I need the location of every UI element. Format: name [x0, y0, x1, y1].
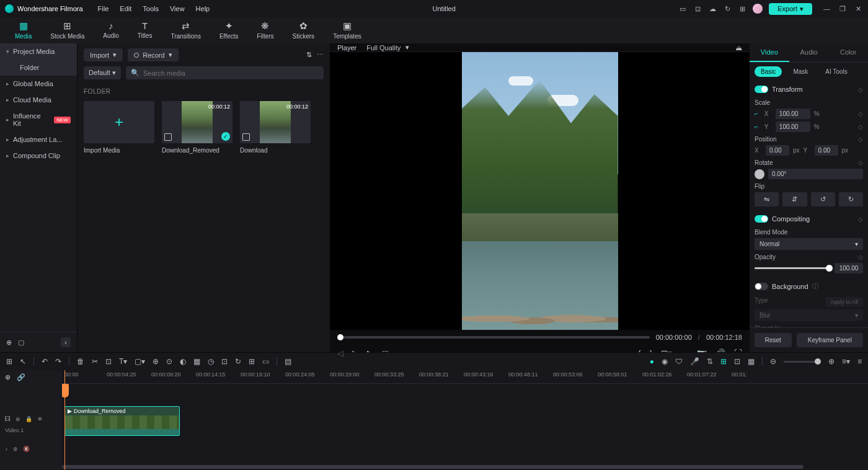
media-thumb[interactable]: 00:00:12 ✓ — [162, 101, 232, 143]
search-box[interactable]: 🔍 — [126, 66, 324, 79]
maximize-button[interactable]: ❐ — [839, 5, 847, 12]
layout-icon[interactable]: ▭ — [678, 4, 687, 13]
tab-audio[interactable]: ♪Audio — [100, 19, 122, 43]
keyframe-panel-button[interactable]: Keyframe Panel — [797, 333, 863, 347]
keyframe-icon[interactable]: ◇ — [858, 136, 863, 143]
tl-tool-r1[interactable]: 🛡 — [675, 357, 683, 366]
media-card-item[interactable]: 00:00:12 ✓ Download_Removed — [162, 101, 232, 154]
tl-tool-7[interactable]: ↻ — [235, 357, 241, 366]
subtab-basic[interactable]: Basic — [755, 66, 782, 77]
media-card-import[interactable]: + Import Media — [84, 101, 154, 154]
tl-tool-9[interactable]: ▭ — [262, 357, 269, 366]
tl-marker-tool[interactable]: ◉ — [662, 357, 668, 366]
timeline-scrollbar[interactable] — [62, 465, 804, 469]
save-icon[interactable]: ⊡ — [693, 4, 702, 13]
menu-tools[interactable]: Tools — [143, 5, 159, 12]
search-input[interactable] — [143, 69, 319, 77]
apps-icon[interactable]: ⊞ — [738, 4, 746, 13]
keyframe-icon[interactable]: ◇ — [858, 159, 863, 166]
opacity-value[interactable]: 100.00 — [835, 263, 863, 273]
menu-edit[interactable]: Edit — [120, 5, 131, 12]
scrub-track[interactable] — [337, 336, 650, 339]
tl-settings-button[interactable]: ≡ — [857, 357, 862, 366]
transform-toggle[interactable] — [755, 86, 768, 93]
track-lock-icon[interactable]: 🔒 — [25, 416, 32, 422]
quality-select[interactable]: Full Quality▾ — [366, 43, 409, 51]
user-avatar[interactable] — [753, 4, 763, 14]
pos-y-input[interactable] — [815, 145, 838, 156]
background-toggle[interactable] — [755, 283, 768, 290]
rotate-cw-button[interactable]: ↻ — [839, 192, 863, 206]
track-add-icon[interactable]: ⊕ — [13, 446, 18, 452]
undo-button[interactable]: ↶ — [42, 357, 48, 366]
flip-horizontal-button[interactable]: ⇋ — [755, 192, 779, 206]
subtab-mask[interactable]: Mask — [787, 66, 814, 77]
tl-tool-10[interactable]: ▤ — [285, 357, 291, 366]
tl-tool-4[interactable]: ▦ — [193, 357, 200, 366]
timeline-tracks[interactable]: 00:00 00:00:04:25 00:00:09:20 00:00:14:1… — [62, 370, 868, 470]
tl-tool-2[interactable]: ⊕ — [153, 357, 159, 366]
tab-stock-media[interactable]: ⊞Stock Media — [48, 19, 87, 43]
import-thumb[interactable]: + — [84, 101, 154, 143]
tab-transitions[interactable]: ⇄Transitions — [168, 19, 203, 43]
sidebar-item-influence-kit[interactable]: ▸Influence KitNEW — [0, 108, 77, 131]
tl-tool-3[interactable]: ◐ — [180, 357, 186, 366]
speed-button[interactable]: ⊙ — [166, 357, 172, 366]
filter-icon[interactable]: ⇅ — [306, 51, 312, 59]
tl-link-icon[interactable]: 🔗 — [17, 373, 25, 381]
minimize-button[interactable]: — — [823, 5, 831, 12]
menu-file[interactable]: File — [98, 5, 109, 12]
tl-add-track-icon[interactable]: ⊕ — [5, 373, 11, 381]
tab-titles[interactable]: TTitles — [135, 19, 155, 43]
track-add-icon[interactable]: ⊕ — [16, 416, 20, 422]
sidebar-item-project-media[interactable]: ▾Project Media — [0, 43, 77, 60]
info-icon[interactable]: ⓘ — [812, 282, 818, 291]
sidebar-item-cloud-media[interactable]: ▸Cloud Media — [0, 92, 77, 108]
tl-mic-button[interactable]: 🎤 — [690, 357, 699, 366]
scale-x-input[interactable] — [776, 109, 810, 119]
tl-tool-8[interactable]: ⊞ — [249, 357, 255, 366]
media-thumb[interactable]: 00:00:12 — [240, 101, 311, 143]
audio-track-header[interactable]: ♪ ⊕ 🔇 — [0, 443, 62, 454]
compositing-toggle[interactable] — [755, 215, 768, 223]
close-button[interactable]: ✕ — [856, 5, 863, 12]
tl-tool-1[interactable]: ▢▾ — [135, 357, 145, 366]
tl-tool-5[interactable]: ◷ — [208, 357, 214, 366]
blend-mode-select[interactable]: Normal▾ — [755, 238, 863, 250]
history-icon[interactable]: ↻ — [723, 4, 732, 13]
new-bin-icon[interactable]: ▢ — [18, 339, 24, 347]
subtab-ai-tools[interactable]: AI Tools — [819, 66, 853, 77]
track-mute-icon[interactable]: 🔇 — [23, 446, 30, 452]
inspector-tab-audio[interactable]: Audio — [789, 43, 829, 62]
tl-tool-r2[interactable]: ⊡ — [734, 357, 740, 366]
tl-select-tool[interactable]: ⊞ — [6, 357, 12, 366]
media-card-item[interactable]: 00:00:12 Download — [240, 101, 311, 154]
zoom-out-button[interactable]: ⊖ — [770, 357, 776, 366]
rotate-ccw-button[interactable]: ↺ — [811, 192, 835, 206]
keyframe-icon[interactable]: ◇ — [858, 254, 863, 260]
zoom-slider[interactable] — [784, 361, 821, 363]
export-button[interactable]: Export ▾ — [769, 3, 812, 15]
scrub-head[interactable] — [337, 334, 343, 340]
delete-button[interactable]: 🗑 — [77, 357, 84, 366]
sidebar-folder[interactable]: Folder — [0, 60, 77, 76]
scale-y-input[interactable] — [776, 122, 810, 132]
inspector-tab-video[interactable]: Video — [750, 43, 789, 62]
link-icon[interactable]: ⌐ — [755, 123, 758, 130]
link-icon[interactable]: ⌐ — [755, 110, 758, 117]
tl-snap-button[interactable]: ⊞ — [720, 357, 727, 366]
tl-marker-green[interactable]: ● — [650, 357, 654, 366]
video-track-header[interactable]: 🎞 ⊕ 🔒 👁 Video 1 — [0, 406, 62, 443]
sidebar-item-adjustment-layer[interactable]: ▸Adjustment La... — [0, 131, 77, 148]
sidebar-item-compound-clip[interactable]: ▸Compound Clip — [0, 148, 77, 164]
record-button[interactable]: Record▾ — [128, 48, 178, 61]
cloud-icon[interactable]: ☁ — [708, 4, 717, 13]
new-folder-icon[interactable]: ⊕ — [6, 339, 12, 347]
tab-media[interactable]: ▦Media — [12, 19, 34, 43]
timeline-ruler[interactable]: 00:00 00:00:04:25 00:00:09:20 00:00:14:1… — [62, 370, 868, 384]
playhead-handle[interactable] — [62, 384, 69, 397]
menu-view[interactable]: View — [170, 5, 185, 12]
track-visible-icon[interactable]: 👁 — [37, 416, 43, 422]
tl-mixer-button[interactable]: ⇅ — [707, 357, 713, 366]
keyframe-icon[interactable]: ◇ — [858, 123, 863, 130]
